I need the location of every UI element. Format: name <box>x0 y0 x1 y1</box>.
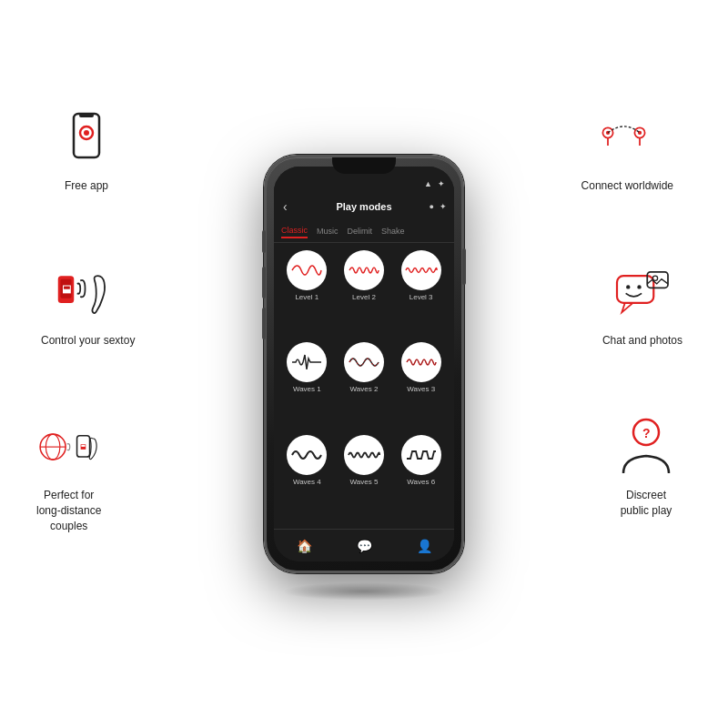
phone-body: ▲ ✦ ‹ Play modes ● ✦ Classic Music Delim… <box>264 155 464 573</box>
grid-icon-level2 <box>344 250 384 290</box>
grid-label-waves2: Waves 2 <box>350 385 379 393</box>
tab-bar: Classic Music Delimit Shake <box>274 221 454 243</box>
back-button[interactable]: ‹ <box>283 199 288 214</box>
home-icon[interactable]: 🏠 <box>297 539 312 553</box>
longdist-label: Perfect for long-distance couples <box>36 488 101 533</box>
grid-icon-waves3 <box>401 342 441 382</box>
tab-music[interactable]: Music <box>317 227 339 238</box>
grid-label-level3: Level 3 <box>410 293 433 301</box>
grid-label-waves5: Waves 5 <box>350 478 379 486</box>
chat-nav-icon[interactable]: 💬 <box>357 539 372 553</box>
discreet-label: Discreet public play <box>621 488 672 519</box>
grid-label-waves6: Waves 6 <box>407 478 435 486</box>
free-app-label: Free app <box>65 178 108 194</box>
phone: ▲ ✦ ‹ Play modes ● ✦ Classic Music Delim… <box>264 155 464 573</box>
grid-icon-level3 <box>401 250 441 290</box>
svg-text:?: ? <box>642 426 651 440</box>
grid-cell-level3[interactable]: Level 3 <box>395 250 447 337</box>
svg-rect-1 <box>79 114 94 117</box>
mode-grid: Level 1 Level 2 <box>274 243 454 529</box>
grid-label-waves1: Waves 1 <box>293 385 321 393</box>
app-bottom-nav: 🏠 💬 👤 <box>274 529 454 561</box>
bluetooth-icon: ✦ <box>440 202 447 211</box>
grid-label-waves3: Waves 3 <box>407 385 435 393</box>
tab-delimit[interactable]: Delimit <box>348 227 373 238</box>
phone-btn-vol-down <box>262 267 266 298</box>
grid-cell-level2[interactable]: Level 2 <box>339 250 390 337</box>
svg-point-20 <box>626 285 630 288</box>
phone-btn-vol-up <box>262 230 266 253</box>
grid-cell-waves3[interactable]: Waves 3 <box>395 342 447 429</box>
person-icon: ● <box>430 202 434 211</box>
grid-label-level2: Level 2 <box>352 293 376 301</box>
feature-control: ⬓ Control your sextoy <box>41 264 135 349</box>
svg-point-3 <box>84 130 89 136</box>
feature-worldwide: Connect worldwide <box>581 109 673 194</box>
grid-icon-waves1 <box>287 342 327 382</box>
page-title: Play modes <box>336 201 391 212</box>
worldwide-label: Connect worldwide <box>581 178 673 194</box>
feature-chat: Chat and photos <box>602 264 682 349</box>
app-header: ‹ Play modes ● ✦ <box>274 192 454 221</box>
phone-btn-right <box>462 248 466 285</box>
grid-icon-waves4 <box>287 435 327 475</box>
feature-discreet: ? Discreet public play <box>614 419 678 519</box>
profile-icon[interactable]: 👤 <box>417 539 432 553</box>
header-icons: ● ✦ <box>430 202 447 211</box>
grid-cell-waves2[interactable]: Waves 2 <box>339 342 390 429</box>
longdist-icon: ⬓ <box>37 419 101 482</box>
grid-cell-level1[interactable]: Level 1 <box>281 250 333 337</box>
chat-label: Chat and photos <box>602 333 682 349</box>
grid-label-level1: Level 1 <box>295 293 318 301</box>
tab-classic[interactable]: Classic <box>281 226 308 238</box>
grid-icon-waves6 <box>401 435 441 475</box>
discreet-icon: ? <box>614 419 678 482</box>
grid-label-waves4: Waves 4 <box>293 478 321 486</box>
feature-longdist: ⬓ Perfect for long-distance couples <box>36 419 101 533</box>
svg-text:⬓: ⬓ <box>62 283 71 294</box>
svg-rect-18 <box>617 276 653 303</box>
phone-notch <box>332 157 396 174</box>
phone-reflection <box>282 582 446 601</box>
grid-icon-level1 <box>287 250 327 290</box>
wifi-icon: ▲ <box>424 179 432 188</box>
free-app-icon <box>55 109 118 173</box>
grid-cell-waves5[interactable]: Waves 5 <box>339 435 390 521</box>
bluetooth-status-icon: ✦ <box>438 179 445 188</box>
svg-text:⬓: ⬓ <box>80 443 86 450</box>
grid-icon-waves2 <box>344 342 384 382</box>
svg-marker-19 <box>622 303 632 313</box>
phone-btn-silent <box>262 308 266 339</box>
svg-point-21 <box>637 285 641 288</box>
chat-icon <box>611 264 674 328</box>
svg-point-23 <box>652 276 657 280</box>
grid-cell-waves6[interactable]: Waves 6 <box>395 435 447 521</box>
feature-free-app: Free app <box>55 109 118 194</box>
control-label: Control your sextoy <box>41 333 135 349</box>
grid-icon-waves5 <box>344 435 384 475</box>
phone-screen: ▲ ✦ ‹ Play modes ● ✦ Classic Music Delim… <box>274 167 454 561</box>
tab-shake[interactable]: Shake <box>381 227 405 238</box>
grid-cell-waves1[interactable]: Waves 1 <box>281 342 333 429</box>
control-icon: ⬓ <box>56 264 120 328</box>
grid-cell-waves4[interactable]: Waves 4 <box>281 435 333 521</box>
worldwide-icon <box>595 109 659 173</box>
